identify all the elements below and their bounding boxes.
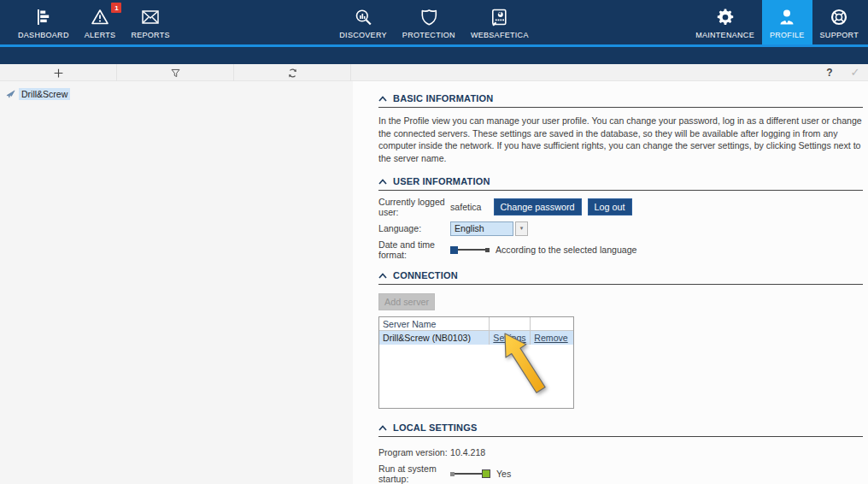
help-button[interactable]: ? <box>817 64 842 81</box>
chevron-up-icon <box>378 179 387 185</box>
tree-panel: Drill&Screw <box>0 81 353 484</box>
tab-label: DISCOVERY <box>339 31 387 39</box>
app-window: DASHBOARD ALERTS 1 REPORTS D <box>0 0 868 484</box>
section-basic-information: BASIC INFORMATION In the Profile view yo… <box>378 93 863 164</box>
tab-maintenance[interactable]: MAINTENANCE <box>688 0 762 44</box>
chevron-up-icon <box>378 96 387 102</box>
program-version-row: Program version: 10.4.218 <box>378 444 863 461</box>
server-table: Server Name Drill&Screw (NB0103) Setting… <box>378 316 574 409</box>
basic-information-text: In the Profile view you can manage your … <box>378 115 862 164</box>
slider-handle[interactable] <box>482 469 490 478</box>
nav-group-right: MAINTENANCE PROFILE SUPPORT <box>688 0 866 44</box>
tab-protection[interactable]: PROTECTION <box>395 0 463 44</box>
server-name-cell: Drill&Screw (NB0103) <box>379 331 490 345</box>
logged-user-label: Currently logged user: <box>378 197 450 217</box>
remove-link[interactable]: Remove <box>534 333 567 343</box>
add-button[interactable] <box>0 64 117 81</box>
local-rows: Program version: 10.4.218 Run at system … <box>378 444 863 484</box>
tab-label: WEBSAFETICA <box>471 31 529 39</box>
run-at-startup-label: Run at system startup: <box>378 463 450 484</box>
log-out-button[interactable]: Log out <box>588 198 632 215</box>
warning-triangle-icon <box>90 6 110 28</box>
tab-label: PROFILE <box>770 31 805 39</box>
tab-support[interactable]: SUPPORT <box>812 0 866 44</box>
section-connection: CONNECTION Add server Server Name Drill&… <box>378 270 863 409</box>
tree-item-server[interactable]: Drill&Screw <box>6 88 353 100</box>
section-user-information: USER INFORMATION Currently logged user: … <box>378 176 863 258</box>
plus-icon <box>53 68 64 79</box>
web-window-icon <box>490 6 510 28</box>
tab-websafetica[interactable]: WEBSAFETICA <box>463 0 537 44</box>
section-header[interactable]: BASIC INFORMATION <box>378 93 863 108</box>
language-selected-value[interactable]: English <box>450 221 513 236</box>
logged-user-value: safetica <box>450 202 482 212</box>
server-table-header: Server Name <box>379 317 573 331</box>
slider-handle[interactable] <box>450 246 458 254</box>
tree-item-label: Drill&Screw <box>19 88 70 100</box>
section-title: BASIC INFORMATION <box>393 93 493 103</box>
tab-label: REPORTS <box>131 31 169 39</box>
language-row: Language: English ▾ <box>378 220 863 237</box>
section-header[interactable]: LOCAL SETTINGS <box>378 422 863 437</box>
envelope-icon <box>140 6 161 28</box>
tab-label: SUPPORT <box>820 31 859 39</box>
datetime-format-label: Date and time format: <box>378 239 450 260</box>
person-icon <box>777 6 797 28</box>
toolbar-spacer <box>351 64 817 80</box>
toolbar: ? ✓ <box>0 64 868 81</box>
tab-discovery[interactable]: DISCOVERY <box>331 0 395 44</box>
section-title: USER INFORMATION <box>393 176 490 186</box>
gear-icon <box>715 6 736 28</box>
run-at-startup-toggle[interactable] <box>450 469 490 478</box>
change-password-button[interactable]: Change password <box>494 198 582 215</box>
tab-dashboard[interactable]: DASHBOARD <box>10 0 77 44</box>
chevron-up-icon <box>378 273 387 279</box>
server-table-row[interactable]: Drill&Screw (NB0103) Settings Remove <box>379 331 573 345</box>
add-server-button[interactable]: Add server <box>378 293 435 310</box>
section-local-settings: LOCAL SETTINGS Program version: 10.4.218… <box>378 422 863 484</box>
section-title: LOCAL SETTINGS <box>393 422 478 433</box>
chevron-down-icon[interactable]: ▾ <box>515 221 528 236</box>
language-dropdown[interactable]: English ▾ <box>450 221 528 236</box>
tab-label: DASHBOARD <box>18 31 69 39</box>
toolbar-right: ? ✓ <box>817 64 868 80</box>
magnifier-icon <box>353 6 373 28</box>
logged-user-row: Currently logged user: safetica Change p… <box>378 198 863 215</box>
chevron-up-icon <box>378 425 387 431</box>
settings-link[interactable]: Settings <box>493 333 525 343</box>
shield-icon <box>419 6 439 28</box>
run-at-startup-row: Run at system startup: Yes <box>378 465 863 482</box>
alerts-count-badge: 1 <box>111 3 121 13</box>
datetime-format-slider[interactable] <box>450 246 490 254</box>
tab-profile[interactable]: PROFILE <box>762 0 812 44</box>
server-pin-icon <box>6 90 15 99</box>
column-header-server-name: Server Name <box>379 317 490 331</box>
nav-subbar <box>0 47 868 64</box>
life-ring-icon <box>829 6 849 28</box>
slider-end <box>485 248 490 252</box>
tab-reports[interactable]: REPORTS <box>123 0 177 44</box>
main-content: BASIC INFORMATION In the Profile view yo… <box>353 81 868 484</box>
column-header-remove <box>531 317 572 331</box>
filter-button[interactable] <box>117 64 234 81</box>
section-header[interactable]: CONNECTION <box>378 270 863 285</box>
program-version-label: Program version: <box>378 447 450 457</box>
top-navbar: DASHBOARD ALERTS 1 REPORTS D <box>0 0 868 44</box>
nav-group-center: DISCOVERY PROTECTION WEBSAFETICA <box>331 0 536 44</box>
slider-track <box>455 473 482 475</box>
tab-alerts[interactable]: ALERTS 1 <box>77 0 124 44</box>
run-at-startup-value: Yes <box>496 469 511 479</box>
section-header[interactable]: USER INFORMATION <box>378 176 863 191</box>
datetime-format-value: According to the selected language <box>496 245 637 255</box>
program-version-value: 10.4.218 <box>450 447 485 457</box>
language-label: Language: <box>378 223 450 233</box>
tab-label: MAINTENANCE <box>695 31 754 39</box>
nav-group-left: DASHBOARD ALERTS 1 REPORTS <box>10 0 178 44</box>
refresh-button[interactable] <box>234 64 351 81</box>
confirm-button[interactable]: ✓ <box>842 64 868 81</box>
bar-chart-icon <box>33 6 54 28</box>
funnel-icon <box>170 68 181 79</box>
section-title: CONNECTION <box>393 270 458 280</box>
slider-track <box>458 249 485 251</box>
tab-label: PROTECTION <box>402 31 455 39</box>
